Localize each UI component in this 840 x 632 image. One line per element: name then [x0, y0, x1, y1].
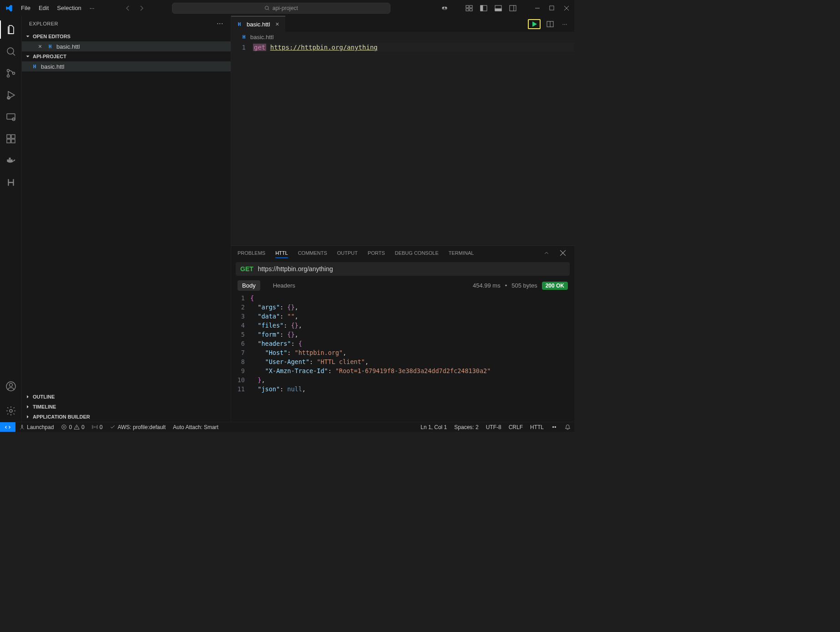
open-editor-item[interactable]: × H basic.httl	[22, 41, 231, 51]
section-timeline[interactable]: TIMELINE	[22, 402, 231, 412]
activity-source-control-icon[interactable]	[0, 62, 22, 84]
activity-httl-icon[interactable]	[0, 172, 22, 193]
svg-rect-23	[7, 114, 15, 119]
status-cursor-position[interactable]: Ln 1, Col 1	[417, 424, 450, 430]
svg-rect-11	[495, 9, 501, 11]
response-tab-headers[interactable]: Headers	[268, 280, 300, 291]
panel-tab-terminal[interactable]: TERMINAL	[449, 248, 474, 258]
nav-arrows	[123, 3, 147, 13]
status-problems[interactable]: 0 0	[57, 422, 88, 432]
svg-point-20	[7, 75, 9, 77]
svg-rect-12	[510, 5, 516, 11]
activity-explorer-icon[interactable]	[0, 19, 22, 40]
project-file-label: basic.httl	[41, 63, 64, 70]
window-close-icon[interactable]	[562, 3, 572, 13]
svg-rect-15	[550, 6, 554, 10]
toggle-panel-icon[interactable]	[493, 3, 503, 13]
activity-docker-icon[interactable]	[0, 150, 22, 172]
svg-point-18	[7, 48, 14, 54]
explorer-more-icon[interactable]: ···	[217, 20, 223, 28]
panel-tabs: PROBLEMS HTTL COMMENTS OUTPUT PORTS DEBU…	[231, 246, 574, 260]
svg-point-46	[555, 426, 557, 428]
activity-bar	[0, 16, 22, 422]
nav-back-icon[interactable]	[123, 3, 133, 13]
panel-tab-ports[interactable]: PORTS	[368, 248, 385, 258]
svg-point-35	[10, 410, 12, 412]
svg-rect-28	[11, 135, 15, 138]
titlebar: File Edit Selection ··· api-project	[0, 0, 574, 16]
activity-remote-explorer-icon[interactable]	[0, 106, 22, 128]
activity-run-debug-icon[interactable]	[0, 84, 22, 106]
status-eol[interactable]: CRLF	[505, 424, 526, 430]
window-minimize-icon[interactable]	[532, 3, 542, 13]
run-request-button[interactable]	[528, 19, 541, 29]
menu-file[interactable]: File	[17, 3, 34, 13]
project-file-item[interactable]: H basic.httl	[22, 61, 231, 71]
section-app-builder[interactable]: APPLICATION BUILDER	[22, 412, 231, 422]
http-method: get	[253, 44, 266, 51]
panel-close-icon[interactable]	[558, 248, 568, 258]
breadcrumb[interactable]: H basic.httl	[231, 32, 574, 42]
svg-point-45	[552, 426, 554, 428]
split-editor-icon[interactable]	[545, 19, 555, 29]
close-editor-icon[interactable]: ×	[36, 43, 44, 50]
command-center-search[interactable]: api-project	[172, 3, 390, 14]
menu-selection[interactable]: Selection	[53, 3, 85, 13]
copilot-icon[interactable]	[440, 3, 450, 13]
tab-close-icon[interactable]: ×	[273, 20, 281, 28]
section-project[interactable]: API-PROJECT	[22, 51, 231, 61]
panel-tab-problems[interactable]: PROBLEMS	[238, 248, 265, 258]
status-copilot-icon[interactable]	[547, 424, 561, 430]
explorer-sidebar: EXPLORER ··· OPEN EDITORS × H basic.httl…	[22, 16, 231, 422]
svg-point-19	[7, 70, 9, 72]
section-outline[interactable]: OUTLINE	[22, 392, 231, 402]
window-maximize-icon[interactable]	[547, 3, 557, 13]
panel-tab-httl[interactable]: HTTL	[275, 248, 288, 258]
remote-indicator-icon[interactable]	[0, 422, 15, 432]
panel-maximize-icon[interactable]	[541, 248, 552, 258]
tab-label: basic.httl	[247, 21, 270, 28]
editor-tab[interactable]: H basic.httl ×	[231, 16, 285, 32]
httl-file-icon: H	[46, 43, 54, 50]
menu-overflow-icon[interactable]: ···	[86, 3, 98, 13]
response-body[interactable]: 1234567891011 { "args": {}, "data": "", …	[231, 293, 574, 422]
line-number: 1	[231, 42, 253, 245]
activity-settings-icon[interactable]	[0, 400, 22, 422]
layout-customize-icon[interactable]	[464, 3, 474, 13]
response-tab-body[interactable]: Body	[238, 280, 260, 291]
status-encoding[interactable]: UTF-8	[482, 424, 505, 430]
response-tabs: Body Headers 454.99 ms• 505 bytes 200 OK	[231, 278, 574, 293]
svg-rect-4	[466, 5, 469, 8]
svg-rect-6	[466, 9, 469, 11]
panel-tab-debug-console[interactable]: DEBUG CONSOLE	[395, 248, 439, 258]
toggle-secondary-sidebar-icon[interactable]	[508, 3, 518, 13]
activity-extensions-icon[interactable]	[0, 128, 22, 150]
svg-point-0	[265, 6, 268, 10]
status-indentation[interactable]: Spaces: 2	[450, 424, 482, 430]
section-open-editors[interactable]: OPEN EDITORS	[22, 31, 231, 41]
activity-accounts-icon[interactable]	[0, 375, 22, 397]
tab-more-icon[interactable]: ···	[560, 19, 570, 29]
response-timing: 454.99 ms	[473, 282, 501, 289]
activity-search-icon[interactable]	[0, 40, 22, 62]
httl-file-icon: H	[31, 63, 38, 70]
status-launchpad[interactable]: Launchpad	[15, 422, 57, 432]
status-aws[interactable]: AWS: profile:default	[106, 422, 169, 432]
svg-point-34	[9, 384, 12, 387]
svg-rect-25	[7, 135, 10, 138]
panel-tab-comments[interactable]: COMMENTS	[298, 248, 327, 258]
code-editor[interactable]: 1 get https://httpbin.org/anything	[231, 42, 574, 245]
menu-edit[interactable]: Edit	[35, 3, 52, 13]
status-language-mode[interactable]: HTTL	[526, 424, 547, 430]
request-bar: GET https://httpbin.org/anything	[236, 262, 570, 276]
status-bar: Launchpad 0 0 0 AWS: profile:default Aut…	[0, 422, 574, 432]
nav-forward-icon[interactable]	[137, 3, 147, 13]
svg-rect-5	[470, 5, 472, 8]
svg-rect-27	[11, 139, 15, 143]
httl-file-icon: H	[240, 33, 248, 40]
status-auto-attach[interactable]: Auto Attach: Smart	[169, 422, 222, 432]
status-ports[interactable]: 0	[88, 422, 106, 432]
toggle-primary-sidebar-icon[interactable]	[479, 3, 489, 13]
panel-tab-output[interactable]: OUTPUT	[337, 248, 358, 258]
status-notifications-icon[interactable]	[561, 424, 574, 430]
